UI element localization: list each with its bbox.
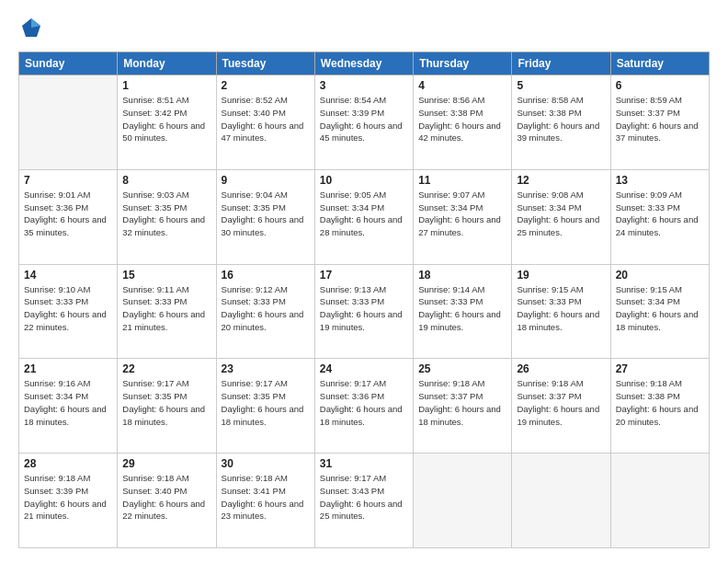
day-info: Sunrise: 9:01 AMSunset: 3:36 PMDaylight:… xyxy=(24,189,112,239)
day-number: 4 xyxy=(418,79,506,92)
calendar-cell: 15Sunrise: 9:11 AMSunset: 3:33 PMDayligh… xyxy=(118,264,216,359)
calendar-cell: 14Sunrise: 9:10 AMSunset: 3:33 PMDayligh… xyxy=(19,264,118,359)
day-number: 9 xyxy=(222,174,310,187)
day-info: Sunrise: 9:18 AMSunset: 3:37 PMDaylight:… xyxy=(418,377,506,428)
day-number: 20 xyxy=(616,269,704,282)
day-number: 14 xyxy=(24,269,112,282)
day-info: Sunrise: 8:51 AMSunset: 3:42 PMDaylight:… xyxy=(122,94,210,144)
day-info: Sunrise: 9:15 AMSunset: 3:34 PMDaylight:… xyxy=(616,283,704,334)
day-number: 3 xyxy=(320,79,408,92)
day-info: Sunrise: 9:18 AMSunset: 3:41 PMDaylight:… xyxy=(222,472,310,523)
calendar-cell: 27Sunrise: 9:18 AMSunset: 3:38 PMDayligh… xyxy=(610,359,709,454)
day-number: 29 xyxy=(122,457,210,470)
day-info: Sunrise: 9:18 AMSunset: 3:39 PMDaylight:… xyxy=(24,472,112,523)
calendar-cell: 12Sunrise: 9:08 AMSunset: 3:34 PMDayligh… xyxy=(512,169,610,264)
day-info: Sunrise: 9:15 AMSunset: 3:33 PMDaylight:… xyxy=(517,283,605,334)
day-number: 25 xyxy=(418,362,506,375)
col-header-sunday: Sunday xyxy=(19,52,118,75)
day-info: Sunrise: 9:09 AMSunset: 3:33 PMDaylight:… xyxy=(616,189,704,239)
calendar-cell: 23Sunrise: 9:17 AMSunset: 3:35 PMDayligh… xyxy=(216,359,314,454)
calendar-cell: 21Sunrise: 9:16 AMSunset: 3:34 PMDayligh… xyxy=(19,359,118,454)
calendar-cell: 1Sunrise: 8:51 AMSunset: 3:42 PMDaylight… xyxy=(118,75,216,170)
calendar-cell: 10Sunrise: 9:05 AMSunset: 3:34 PMDayligh… xyxy=(314,169,413,264)
day-number: 10 xyxy=(320,174,408,187)
calendar-cell: 5Sunrise: 8:58 AMSunset: 3:38 PMDaylight… xyxy=(512,75,610,170)
day-info: Sunrise: 8:54 AMSunset: 3:39 PMDaylight:… xyxy=(320,94,408,144)
calendar-cell xyxy=(512,454,610,548)
day-number: 7 xyxy=(24,174,112,187)
day-number: 17 xyxy=(320,269,408,282)
calendar-cell: 30Sunrise: 9:18 AMSunset: 3:41 PMDayligh… xyxy=(216,454,314,548)
day-number: 24 xyxy=(320,362,408,375)
day-info: Sunrise: 9:05 AMSunset: 3:34 PMDaylight:… xyxy=(320,189,408,239)
calendar-cell: 8Sunrise: 9:03 AMSunset: 3:35 PMDaylight… xyxy=(118,169,216,264)
day-number: 5 xyxy=(517,79,605,92)
col-header-friday: Friday xyxy=(512,52,610,75)
calendar-cell: 20Sunrise: 9:15 AMSunset: 3:34 PMDayligh… xyxy=(610,264,709,359)
calendar-week-4: 21Sunrise: 9:16 AMSunset: 3:34 PMDayligh… xyxy=(19,359,710,454)
day-number: 6 xyxy=(616,79,704,92)
day-info: Sunrise: 9:17 AMSunset: 3:35 PMDaylight:… xyxy=(222,377,310,428)
calendar-cell: 31Sunrise: 9:17 AMSunset: 3:43 PMDayligh… xyxy=(314,454,413,548)
day-info: Sunrise: 9:12 AMSunset: 3:33 PMDaylight:… xyxy=(222,283,310,334)
day-number: 23 xyxy=(222,362,310,375)
day-number: 19 xyxy=(517,269,605,282)
calendar-week-5: 28Sunrise: 9:18 AMSunset: 3:39 PMDayligh… xyxy=(19,454,710,548)
calendar-table: SundayMondayTuesdayWednesdayThursdayFrid… xyxy=(18,52,710,548)
calendar-week-3: 14Sunrise: 9:10 AMSunset: 3:33 PMDayligh… xyxy=(19,264,710,359)
calendar-cell: 25Sunrise: 9:18 AMSunset: 3:37 PMDayligh… xyxy=(414,359,512,454)
calendar-cell: 13Sunrise: 9:09 AMSunset: 3:33 PMDayligh… xyxy=(610,169,709,264)
logo-icon xyxy=(18,15,44,40)
day-info: Sunrise: 8:56 AMSunset: 3:38 PMDaylight:… xyxy=(418,94,506,144)
day-info: Sunrise: 9:17 AMSunset: 3:43 PMDaylight:… xyxy=(320,472,408,523)
day-info: Sunrise: 9:03 AMSunset: 3:35 PMDaylight:… xyxy=(122,189,210,239)
calendar-cell: 18Sunrise: 9:14 AMSunset: 3:33 PMDayligh… xyxy=(414,264,512,359)
day-info: Sunrise: 8:52 AMSunset: 3:40 PMDaylight:… xyxy=(222,94,310,144)
day-info: Sunrise: 9:17 AMSunset: 3:35 PMDaylight:… xyxy=(122,377,210,428)
day-number: 18 xyxy=(418,269,506,282)
day-number: 1 xyxy=(122,79,210,92)
calendar-cell: 28Sunrise: 9:18 AMSunset: 3:39 PMDayligh… xyxy=(19,454,118,548)
day-number: 21 xyxy=(24,362,112,375)
day-info: Sunrise: 9:18 AMSunset: 3:38 PMDaylight:… xyxy=(616,377,704,428)
calendar-week-1: 1Sunrise: 8:51 AMSunset: 3:42 PMDaylight… xyxy=(19,75,710,170)
col-header-tuesday: Tuesday xyxy=(216,52,314,75)
day-number: 27 xyxy=(616,362,704,375)
day-number: 11 xyxy=(418,174,506,187)
day-number: 15 xyxy=(122,269,210,282)
calendar-cell xyxy=(610,454,709,548)
day-info: Sunrise: 8:58 AMSunset: 3:38 PMDaylight:… xyxy=(517,94,605,144)
day-info: Sunrise: 9:16 AMSunset: 3:34 PMDaylight:… xyxy=(24,377,112,428)
day-info: Sunrise: 9:08 AMSunset: 3:34 PMDaylight:… xyxy=(517,189,605,239)
day-number: 28 xyxy=(24,457,112,470)
calendar-cell: 24Sunrise: 9:17 AMSunset: 3:36 PMDayligh… xyxy=(314,359,413,454)
calendar-cell: 7Sunrise: 9:01 AMSunset: 3:36 PMDaylight… xyxy=(19,169,118,264)
day-info: Sunrise: 9:14 AMSunset: 3:33 PMDaylight:… xyxy=(418,283,506,334)
day-number: 26 xyxy=(517,362,605,375)
day-info: Sunrise: 9:04 AMSunset: 3:35 PMDaylight:… xyxy=(222,189,310,239)
calendar-cell: 9Sunrise: 9:04 AMSunset: 3:35 PMDaylight… xyxy=(216,169,314,264)
page: SundayMondayTuesdayWednesdayThursdayFrid… xyxy=(0,0,728,563)
day-number: 22 xyxy=(122,362,210,375)
calendar-cell: 17Sunrise: 9:13 AMSunset: 3:33 PMDayligh… xyxy=(314,264,413,359)
logo xyxy=(18,15,48,40)
calendar-cell: 16Sunrise: 9:12 AMSunset: 3:33 PMDayligh… xyxy=(216,264,314,359)
calendar-cell: 22Sunrise: 9:17 AMSunset: 3:35 PMDayligh… xyxy=(118,359,216,454)
calendar-cell xyxy=(19,75,118,170)
calendar-cell: 29Sunrise: 9:18 AMSunset: 3:40 PMDayligh… xyxy=(118,454,216,548)
day-number: 2 xyxy=(222,79,310,92)
calendar-cell: 11Sunrise: 9:07 AMSunset: 3:34 PMDayligh… xyxy=(414,169,512,264)
day-info: Sunrise: 9:13 AMSunset: 3:33 PMDaylight:… xyxy=(320,283,408,334)
calendar-cell xyxy=(414,454,512,548)
col-header-thursday: Thursday xyxy=(414,52,512,75)
col-header-saturday: Saturday xyxy=(610,52,709,75)
day-info: Sunrise: 9:11 AMSunset: 3:33 PMDaylight:… xyxy=(122,283,210,334)
calendar-cell: 2Sunrise: 8:52 AMSunset: 3:40 PMDaylight… xyxy=(216,75,314,170)
day-info: Sunrise: 8:59 AMSunset: 3:37 PMDaylight:… xyxy=(616,94,704,144)
calendar-cell: 4Sunrise: 8:56 AMSunset: 3:38 PMDaylight… xyxy=(414,75,512,170)
header xyxy=(18,15,710,40)
col-header-monday: Monday xyxy=(118,52,216,75)
day-number: 8 xyxy=(122,174,210,187)
calendar-week-2: 7Sunrise: 9:01 AMSunset: 3:36 PMDaylight… xyxy=(19,169,710,264)
day-number: 13 xyxy=(616,174,704,187)
